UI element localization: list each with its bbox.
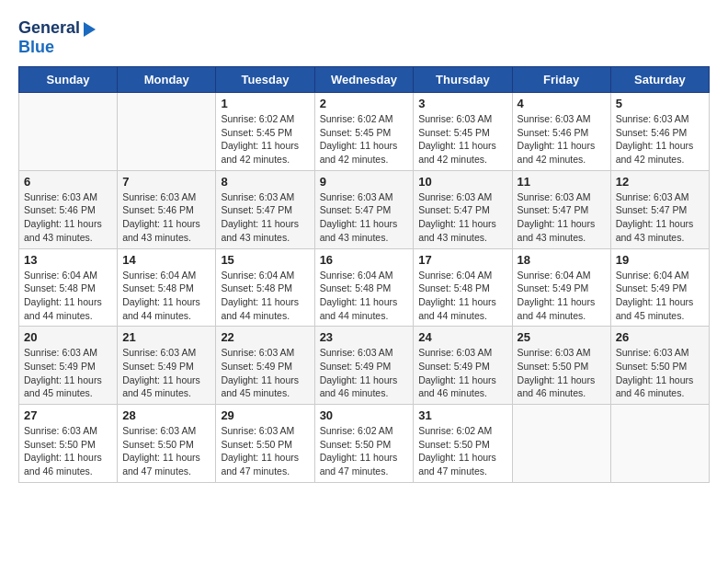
- day-info: Sunrise: 6:03 AM Sunset: 5:46 PM Dayligh…: [518, 112, 606, 167]
- calendar-day-cell: 29Sunrise: 6:03 AM Sunset: 5:50 PM Dayli…: [216, 405, 314, 483]
- weekday-header-cell: Monday: [118, 67, 216, 93]
- day-info: Sunrise: 6:03 AM Sunset: 5:50 PM Dayligh…: [616, 346, 704, 400]
- day-info: Sunrise: 6:03 AM Sunset: 5:50 PM Dayligh…: [518, 346, 606, 400]
- day-number: 23: [320, 330, 409, 344]
- day-number: 1: [221, 97, 309, 110]
- day-number: 29: [221, 408, 309, 422]
- calendar-day-cell: 4Sunrise: 6:03 AM Sunset: 5:46 PM Daylig…: [512, 93, 610, 171]
- calendar-day-cell: [118, 93, 216, 171]
- day-info: Sunrise: 6:02 AM Sunset: 5:45 PM Dayligh…: [221, 112, 309, 167]
- calendar-day-cell: 24Sunrise: 6:03 AM Sunset: 5:49 PM Dayli…: [414, 327, 512, 405]
- calendar-day-cell: 1Sunrise: 6:02 AM Sunset: 5:45 PM Daylig…: [216, 93, 314, 171]
- calendar-table: SundayMondayTuesdayWednesdayThursdayFrid…: [18, 66, 710, 483]
- calendar-day-cell: 31Sunrise: 6:02 AM Sunset: 5:50 PM Dayli…: [414, 405, 512, 483]
- calendar-day-cell: 12Sunrise: 6:03 AM Sunset: 5:47 PM Dayli…: [610, 170, 709, 248]
- day-info: Sunrise: 6:03 AM Sunset: 5:47 PM Dayligh…: [320, 190, 409, 245]
- calendar-day-cell: 18Sunrise: 6:04 AM Sunset: 5:49 PM Dayli…: [512, 248, 610, 327]
- calendar-day-cell: 20Sunrise: 6:03 AM Sunset: 5:49 PM Dayli…: [19, 327, 118, 405]
- logo: General Blue: [18, 18, 96, 57]
- day-info: Sunrise: 6:02 AM Sunset: 5:50 PM Dayligh…: [418, 424, 506, 478]
- day-number: 25: [518, 330, 606, 344]
- calendar-day-cell: 21Sunrise: 6:03 AM Sunset: 5:49 PM Dayli…: [118, 327, 216, 405]
- calendar-day-cell: 5Sunrise: 6:03 AM Sunset: 5:46 PM Daylig…: [610, 93, 709, 171]
- day-number: 13: [24, 253, 112, 267]
- day-number: 28: [122, 408, 210, 422]
- weekday-header-cell: Friday: [512, 67, 610, 93]
- day-info: Sunrise: 6:03 AM Sunset: 5:47 PM Dayligh…: [616, 190, 704, 245]
- day-number: 10: [418, 175, 506, 189]
- day-info: Sunrise: 6:03 AM Sunset: 5:46 PM Dayligh…: [24, 190, 112, 245]
- day-info: Sunrise: 6:03 AM Sunset: 5:49 PM Dayligh…: [320, 346, 409, 400]
- day-number: 3: [418, 97, 506, 110]
- day-info: Sunrise: 6:03 AM Sunset: 5:50 PM Dayligh…: [24, 424, 112, 478]
- day-number: 31: [418, 408, 506, 422]
- day-info: Sunrise: 6:03 AM Sunset: 5:47 PM Dayligh…: [418, 190, 506, 245]
- calendar-week-row: 6Sunrise: 6:03 AM Sunset: 5:46 PM Daylig…: [19, 170, 710, 248]
- logo-arrow-icon: [84, 22, 96, 37]
- calendar-day-cell: 13Sunrise: 6:04 AM Sunset: 5:48 PM Dayli…: [19, 248, 118, 327]
- day-number: 14: [122, 253, 210, 267]
- calendar-day-cell: 25Sunrise: 6:03 AM Sunset: 5:50 PM Dayli…: [512, 327, 610, 405]
- weekday-header-cell: Saturday: [610, 67, 709, 93]
- calendar-day-cell: 2Sunrise: 6:02 AM Sunset: 5:45 PM Daylig…: [314, 93, 414, 171]
- day-number: 24: [418, 330, 506, 344]
- calendar-day-cell: 19Sunrise: 6:04 AM Sunset: 5:49 PM Dayli…: [610, 248, 709, 327]
- day-info: Sunrise: 6:03 AM Sunset: 5:46 PM Dayligh…: [122, 190, 210, 245]
- calendar-day-cell: 15Sunrise: 6:04 AM Sunset: 5:48 PM Dayli…: [216, 248, 314, 327]
- calendar-body: 1Sunrise: 6:02 AM Sunset: 5:45 PM Daylig…: [19, 93, 710, 483]
- day-info: Sunrise: 6:03 AM Sunset: 5:50 PM Dayligh…: [122, 424, 210, 478]
- day-number: 9: [320, 175, 409, 189]
- day-info: Sunrise: 6:03 AM Sunset: 5:46 PM Dayligh…: [616, 112, 704, 167]
- day-info: Sunrise: 6:03 AM Sunset: 5:49 PM Dayligh…: [418, 346, 506, 400]
- day-number: 16: [320, 253, 409, 267]
- day-number: 4: [518, 97, 606, 110]
- weekday-header-cell: Sunday: [19, 67, 118, 93]
- day-info: Sunrise: 6:03 AM Sunset: 5:49 PM Dayligh…: [122, 346, 210, 400]
- day-info: Sunrise: 6:03 AM Sunset: 5:49 PM Dayligh…: [221, 346, 309, 400]
- calendar-day-cell: 27Sunrise: 6:03 AM Sunset: 5:50 PM Dayli…: [19, 405, 118, 483]
- day-number: 12: [616, 175, 704, 189]
- day-number: 30: [320, 408, 409, 422]
- weekday-header-cell: Thursday: [414, 67, 512, 93]
- header: General Blue: [18, 18, 710, 57]
- day-number: 19: [616, 253, 704, 267]
- day-info: Sunrise: 6:03 AM Sunset: 5:50 PM Dayligh…: [221, 424, 309, 478]
- calendar-day-cell: 22Sunrise: 6:03 AM Sunset: 5:49 PM Dayli…: [216, 327, 314, 405]
- weekday-header-row: SundayMondayTuesdayWednesdayThursdayFrid…: [19, 67, 710, 93]
- day-info: Sunrise: 6:03 AM Sunset: 5:47 PM Dayligh…: [221, 190, 309, 245]
- day-number: 21: [122, 330, 210, 344]
- day-number: 20: [24, 330, 112, 344]
- day-info: Sunrise: 6:04 AM Sunset: 5:49 PM Dayligh…: [616, 269, 704, 323]
- day-info: Sunrise: 6:04 AM Sunset: 5:48 PM Dayligh…: [320, 269, 409, 323]
- calendar-day-cell: [19, 93, 118, 171]
- day-info: Sunrise: 6:03 AM Sunset: 5:45 PM Dayligh…: [418, 112, 506, 167]
- calendar-day-cell: 16Sunrise: 6:04 AM Sunset: 5:48 PM Dayli…: [314, 248, 414, 327]
- calendar-day-cell: 8Sunrise: 6:03 AM Sunset: 5:47 PM Daylig…: [216, 170, 314, 248]
- calendar-day-cell: 11Sunrise: 6:03 AM Sunset: 5:47 PM Dayli…: [512, 170, 610, 248]
- calendar-day-cell: 23Sunrise: 6:03 AM Sunset: 5:49 PM Dayli…: [314, 327, 414, 405]
- calendar-day-cell: 17Sunrise: 6:04 AM Sunset: 5:48 PM Dayli…: [414, 248, 512, 327]
- calendar-day-cell: 3Sunrise: 6:03 AM Sunset: 5:45 PM Daylig…: [414, 93, 512, 171]
- day-number: 18: [518, 253, 606, 267]
- calendar-week-row: 1Sunrise: 6:02 AM Sunset: 5:45 PM Daylig…: [19, 93, 710, 171]
- day-number: 26: [616, 330, 704, 344]
- calendar-day-cell: [610, 405, 709, 483]
- day-number: 27: [24, 408, 112, 422]
- calendar-day-cell: 9Sunrise: 6:03 AM Sunset: 5:47 PM Daylig…: [314, 170, 414, 248]
- calendar-day-cell: 6Sunrise: 6:03 AM Sunset: 5:46 PM Daylig…: [19, 170, 118, 248]
- day-info: Sunrise: 6:04 AM Sunset: 5:49 PM Dayligh…: [518, 269, 606, 323]
- day-number: 17: [418, 253, 506, 267]
- day-number: 11: [518, 175, 606, 189]
- day-info: Sunrise: 6:04 AM Sunset: 5:48 PM Dayligh…: [221, 269, 309, 323]
- day-number: 7: [122, 175, 210, 189]
- day-number: 2: [320, 97, 409, 110]
- day-number: 22: [221, 330, 309, 344]
- calendar-day-cell: 30Sunrise: 6:02 AM Sunset: 5:50 PM Dayli…: [314, 405, 414, 483]
- calendar-day-cell: 10Sunrise: 6:03 AM Sunset: 5:47 PM Dayli…: [414, 170, 512, 248]
- calendar-day-cell: 28Sunrise: 6:03 AM Sunset: 5:50 PM Dayli…: [118, 405, 216, 483]
- day-info: Sunrise: 6:03 AM Sunset: 5:49 PM Dayligh…: [24, 346, 112, 400]
- calendar-week-row: 13Sunrise: 6:04 AM Sunset: 5:48 PM Dayli…: [19, 248, 710, 327]
- logo-blue-text: Blue: [18, 38, 96, 57]
- day-number: 8: [221, 175, 309, 189]
- calendar-week-row: 20Sunrise: 6:03 AM Sunset: 5:49 PM Dayli…: [19, 327, 710, 405]
